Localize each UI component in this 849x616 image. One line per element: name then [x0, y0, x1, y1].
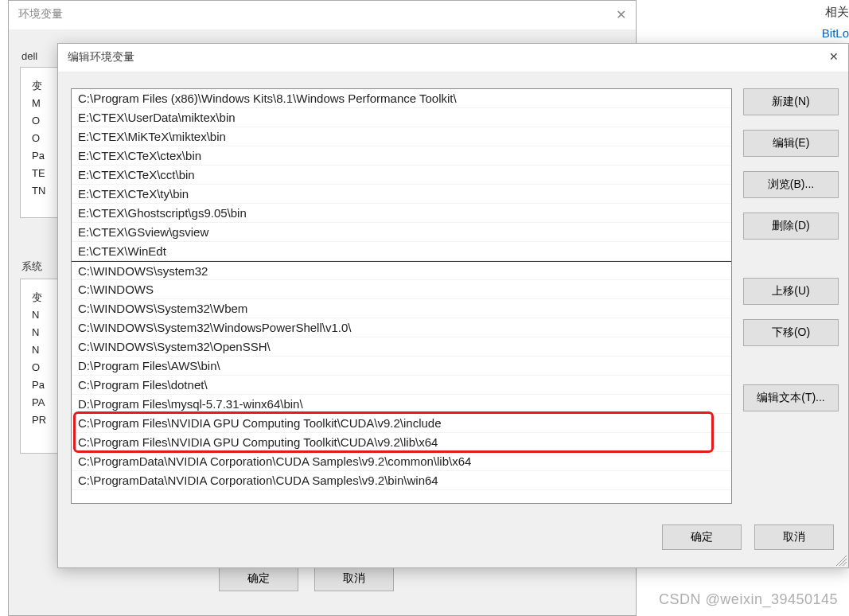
close-icon[interactable]: ✕ [829, 50, 839, 65]
env-vars-titlebar: 环境变量 ✕ [9, 1, 636, 29]
edit-env-var-dialog: 编辑环境变量 ✕ C:\Program Files (x86)\Windows … [57, 43, 849, 568]
list-item[interactable]: E:\CTEX\CTeX\cct\bin [72, 166, 731, 185]
list-item[interactable]: C:\Program Files (x86)\Windows Kits\8.1\… [72, 89, 731, 108]
cancel-button[interactable]: 取消 [754, 524, 834, 550]
list-item[interactable]: C:\WINDOWS\System32\Wbem [72, 299, 731, 318]
list-item[interactable]: E:\CTEX\WinEdt [72, 242, 731, 261]
new-button[interactable]: 新建(N) [743, 88, 839, 115]
close-icon[interactable]: ✕ [616, 7, 626, 23]
list-item[interactable]: C:\WINDOWS\System32\OpenSSH\ [72, 337, 731, 357]
moveup-button[interactable]: 上移(U) [743, 278, 839, 305]
list-item[interactable]: C:\Program Files\NVIDIA GPU Computing To… [72, 433, 731, 452]
list-item[interactable]: C:\WINDOWS\System32\WindowsPowerShell\v1… [72, 318, 731, 337]
list-item[interactable]: E:\CTEX\GSview\gsview [72, 223, 731, 242]
list-item[interactable]: E:\CTEX\MiKTeX\miktex\bin [72, 127, 731, 146]
button-column: 新建(N) 编辑(E) 浏览(B)... 删除(D) 上移(U) 下移(O) 编… [743, 88, 839, 504]
list-item[interactable]: C:\ProgramData\NVIDIA Corporation\CUDA S… [72, 471, 731, 490]
env-ok-button[interactable]: 确定 [219, 566, 298, 591]
list-item[interactable]: C:\Program Files\NVIDIA GPU Computing To… [72, 414, 731, 433]
path-listbox[interactable]: C:\Program Files (x86)\Windows Kits\8.1\… [71, 88, 732, 504]
watermark: CSDN @weixin_39450145 [659, 591, 838, 608]
list-item[interactable]: D:\Program Files\mysql-5.7.31-winx64\bin… [72, 395, 731, 414]
delete-button[interactable]: 删除(D) [743, 212, 839, 240]
list-item[interactable]: C:\WINDOWS [72, 280, 731, 299]
list-item[interactable]: D:\Program Files\AWS\bin\ [72, 357, 731, 376]
list-item[interactable]: E:\CTEX\CTeX\ctex\bin [72, 146, 731, 166]
list-item[interactable]: E:\CTEX\UserData\miktex\bin [72, 108, 731, 127]
bitlocker-link[interactable]: BitLo [801, 26, 849, 40]
env-cancel-button[interactable]: 取消 [314, 566, 394, 591]
browse-button[interactable]: 浏览(B)... [743, 171, 839, 198]
edit-title: 编辑环境变量 [68, 50, 134, 65]
edit-button[interactable]: 编辑(E) [743, 130, 839, 157]
list-item[interactable]: C:\Program Files\dotnet\ [72, 376, 731, 395]
resize-grip-icon[interactable] [835, 555, 847, 566]
list-item[interactable]: E:\CTEX\CTeX\ty\bin [72, 185, 731, 204]
movedown-button[interactable]: 下移(O) [743, 319, 839, 346]
edittext-button[interactable]: 编辑文本(T)... [743, 384, 839, 411]
list-item[interactable]: C:\ProgramData\NVIDIA Corporation\CUDA S… [72, 452, 731, 471]
ok-button[interactable]: 确定 [662, 524, 742, 550]
list-item[interactable]: E:\CTEX\Ghostscript\gs9.05\bin [72, 204, 731, 223]
env-vars-title: 环境变量 [18, 7, 63, 23]
related-heading: 相关 [801, 5, 849, 20]
list-item[interactable]: C:\WINDOWS\system32 [72, 261, 731, 280]
edit-titlebar: 编辑环境变量 ✕ [58, 44, 848, 72]
